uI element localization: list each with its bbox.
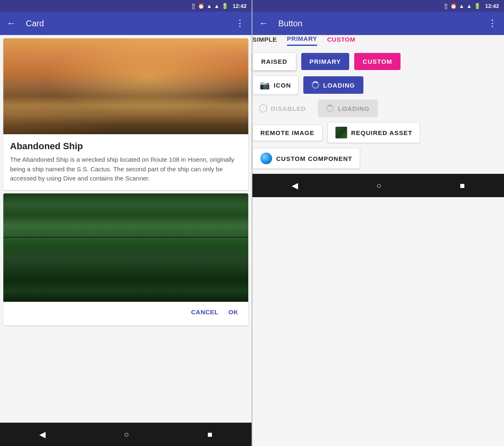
card-title-ship: Abandoned Ship	[10, 141, 242, 152]
tab-simple[interactable]: SIMPLE	[252, 36, 277, 45]
back-button-right[interactable]: ←	[259, 18, 268, 29]
signal-icon: ▲	[214, 3, 219, 9]
card-forest: CANCEL OK	[3, 193, 248, 326]
required-asset-label: REQUIRED ASSET	[351, 129, 413, 136]
back-nav-left[interactable]: ◀	[39, 429, 45, 439]
home-nav-left[interactable]: ○	[124, 430, 129, 439]
back-nav-right[interactable]: ◀	[292, 180, 298, 190]
button-row-1: RAISED PRIMARY CUSTOM	[252, 53, 504, 70]
status-bar-left: ⣿ ⏰ ▲ ▲ 🔋 12:42	[0, 0, 252, 12]
wifi-icon: ▲	[207, 3, 212, 9]
raised-button[interactable]: RAISED	[252, 53, 296, 70]
wifi-icon-r: ▲	[459, 3, 464, 9]
remote-image-button[interactable]: REMOTE IMAGE	[252, 125, 323, 141]
back-button-left[interactable]: ←	[7, 18, 16, 29]
forest-image	[3, 193, 248, 302]
alarm-icon-r: ⏰	[450, 3, 457, 9]
loading-button-grey: LOADING	[318, 100, 378, 117]
card-actions: CANCEL OK	[7, 302, 245, 322]
more-button-left[interactable]: ⋮	[235, 18, 245, 29]
recents-nav-left[interactable]: ■	[207, 430, 212, 439]
status-icons-right: ⣿ ⏰ ▲ ▲ 🔋 12:42	[444, 3, 499, 9]
card-text-ship: The Abandoned Ship is a wrecked ship loc…	[10, 155, 242, 183]
left-panel: ⣿ ⏰ ▲ ▲ 🔋 12:42 ← Card ⋮ Abandoned Ship …	[0, 0, 252, 446]
ok-button[interactable]: OK	[229, 305, 239, 319]
app-bar-right: ← Button ⋮	[252, 12, 504, 35]
more-button-right[interactable]: ⋮	[488, 18, 497, 29]
card-body-ship: Abandoned Ship The Abandoned Ship is a w…	[3, 134, 248, 190]
loading-button-primary[interactable]: LOADING	[303, 76, 363, 94]
globe-icon	[260, 153, 272, 164]
time-right: 12:42	[485, 3, 499, 9]
camera-icon: 📷	[260, 80, 270, 90]
button-row-2: 📷 ICON LOADING	[252, 75, 504, 95]
time-left: 12:42	[233, 3, 247, 9]
tab-primary[interactable]: PRIMARY	[287, 35, 317, 46]
left-content: Abandoned Ship The Abandoned Ship is a w…	[0, 35, 252, 423]
disabled-label: DISABLED	[271, 105, 306, 112]
ship-image	[3, 38, 248, 134]
app-bar-left: ← Card ⋮	[0, 12, 252, 35]
custom-button[interactable]: CUSTOM	[354, 53, 401, 70]
spinner-primary	[312, 81, 319, 89]
remote-image-label: REMOTE IMAGE	[260, 129, 315, 136]
custom-component-button[interactable]: CUSTOM COMPONENT	[252, 148, 360, 169]
card-ship: Abandoned Ship The Abandoned Ship is a w…	[3, 38, 248, 190]
battery-icon: 🔋	[222, 3, 228, 9]
bottom-nav-right: ◀ ○ ■	[252, 174, 504, 197]
button-row-4: REMOTE IMAGE REQUIRED ASSET	[252, 122, 504, 143]
tab-custom[interactable]: CUSTOM	[327, 36, 355, 45]
disabled-circle-icon: ○	[259, 104, 267, 113]
page-title-right: Button	[278, 19, 488, 28]
status-icons-left: ⣿ ⏰ ▲ ▲ 🔋 12:42	[192, 3, 247, 9]
signal-icon-r: ▲	[466, 3, 472, 9]
button-row-5: CUSTOM COMPONENT	[252, 148, 504, 169]
home-nav-right[interactable]: ○	[376, 181, 381, 190]
cancel-button[interactable]: CANCEL	[191, 305, 219, 319]
loading-grey-label: LOADING	[338, 105, 370, 112]
status-bar-right: ⣿ ⏰ ▲ ▲ 🔋 12:42	[252, 0, 504, 12]
recents-nav-right[interactable]: ■	[460, 181, 465, 190]
bottom-nav-left: ◀ ○ ■	[0, 423, 252, 446]
icon-button-label: ICON	[274, 82, 291, 89]
battery-icon-r: 🔋	[474, 3, 481, 9]
vibrate-icon-r: ⣿	[444, 3, 448, 9]
right-content: SIMPLE PRIMARY CUSTOM RAISED PRIMARY CUS…	[252, 35, 504, 174]
button-row-3: ○ DISABLED LOADING	[252, 100, 504, 117]
spinner-grey	[326, 105, 334, 112]
disabled-button: ○ DISABLED	[252, 100, 313, 117]
right-panel: ⣿ ⏰ ▲ ▲ 🔋 12:42 ← Button ⋮ SIMPLE PRIMAR…	[252, 0, 504, 446]
custom-component-label: CUSTOM COMPONENT	[276, 155, 352, 162]
icon-button[interactable]: 📷 ICON	[252, 75, 298, 95]
required-asset-thumb	[335, 127, 347, 138]
primary-button[interactable]: PRIMARY	[301, 53, 350, 70]
required-asset-button[interactable]: REQUIRED ASSET	[328, 122, 421, 143]
vibrate-icon: ⣿	[192, 3, 196, 9]
tab-bar: SIMPLE PRIMARY CUSTOM	[252, 35, 504, 46]
page-title-left: Card	[26, 19, 235, 28]
alarm-icon: ⏰	[198, 3, 204, 9]
loading-button-label: LOADING	[323, 82, 355, 89]
